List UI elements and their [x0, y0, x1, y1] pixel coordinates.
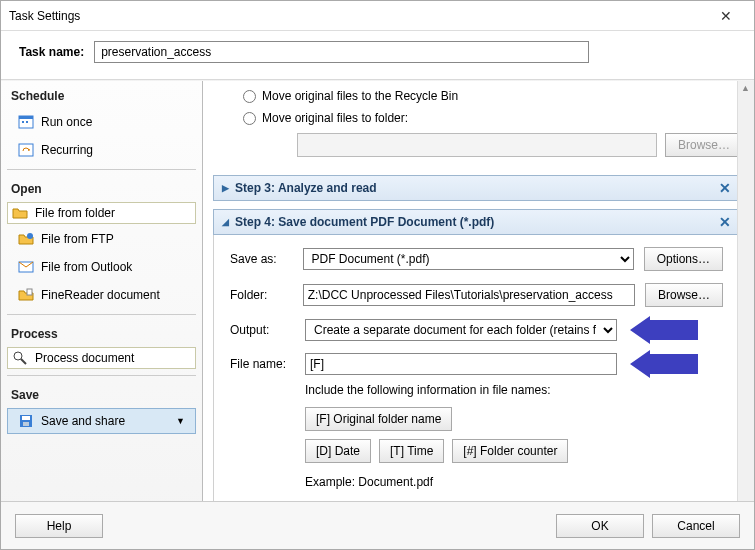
svg-rect-7 [27, 289, 32, 295]
sidebar-item-label: Save and share [41, 414, 125, 428]
close-icon[interactable]: ✕ [719, 180, 731, 196]
filename-label: File name: [230, 357, 295, 371]
svg-point-5 [27, 233, 33, 239]
example-label: Example: Document.pdf [305, 475, 723, 489]
sidebar-item-label: File from folder [35, 206, 115, 220]
sidebar-item-label: Process document [35, 351, 134, 365]
magnifier-icon [12, 350, 28, 366]
sidebar-item-file-from-ftp[interactable]: File from FTP [7, 226, 196, 252]
step4-header[interactable]: ◢ Step 4: Save document PDF Document (*.… [213, 209, 740, 235]
chevron-down-icon: ▼ [176, 416, 185, 426]
close-icon[interactable]: ✕ [706, 8, 746, 24]
divider [7, 169, 196, 170]
filename-row: File name: [230, 353, 723, 375]
folder-label: Folder: [230, 288, 293, 302]
output-row: Output: Create a separate document for e… [230, 319, 723, 341]
step4-body: Save as: PDF Document (*.pdf) Options… F… [213, 235, 740, 504]
help-button[interactable]: Help [15, 514, 103, 538]
document-icon [18, 287, 34, 303]
sidebar-item-recurring[interactable]: Recurring [7, 137, 196, 163]
scrollbar[interactable] [737, 81, 754, 536]
filename-input[interactable] [305, 353, 617, 375]
tag-time-button[interactable]: [T] Time [379, 439, 444, 463]
options-button[interactable]: Options… [644, 247, 723, 271]
browse-button[interactable]: Browse… [645, 283, 723, 307]
saveas-select[interactable]: PDF Document (*.pdf) [303, 248, 634, 270]
sidebar-header-open: Open [1, 176, 202, 200]
tag-original-folder-button[interactable]: [F] Original folder name [305, 407, 452, 431]
tag-date-button[interactable]: [D] Date [305, 439, 371, 463]
sidebar-header-process: Process [1, 321, 202, 345]
sidebar-item-file-from-outlook[interactable]: File from Outlook [7, 254, 196, 280]
task-name-input[interactable] [94, 41, 589, 63]
svg-rect-3 [26, 121, 28, 123]
sidebar-item-file-from-folder[interactable]: File from folder [7, 202, 196, 224]
dialog-footer: Help OK Cancel [1, 501, 754, 549]
tag-counter-button[interactable]: [#] Folder counter [452, 439, 568, 463]
radio-label: Move original files to folder: [262, 111, 408, 125]
include-info-label: Include the following information in fil… [305, 383, 723, 397]
svg-rect-11 [22, 416, 30, 420]
tag-button-row: [F] Original folder name [305, 407, 723, 431]
sidebar-item-label: Run once [41, 115, 92, 129]
radio-move-to-folder[interactable]: Move original files to folder: [243, 107, 710, 129]
annotation-arrow-icon [630, 316, 698, 344]
close-icon[interactable]: ✕ [719, 214, 731, 230]
sidebar-header-save: Save [1, 382, 202, 406]
browse-button: Browse… [665, 133, 743, 157]
sidebar-item-label: FineReader document [41, 288, 160, 302]
sidebar-header-schedule: Schedule [1, 83, 202, 107]
chevron-right-icon: ▶ [222, 183, 229, 193]
outlook-icon [18, 259, 34, 275]
disk-icon [18, 413, 34, 429]
titlebar: Task Settings ✕ [1, 1, 754, 31]
svg-rect-4 [19, 144, 33, 156]
svg-line-9 [21, 359, 26, 364]
tag-button-row-2: [D] Date [T] Time [#] Folder counter [305, 439, 723, 463]
sidebar-item-finereader-doc[interactable]: FineReader document [7, 282, 196, 308]
sidebar-item-label: Recurring [41, 143, 93, 157]
sidebar-item-runonce[interactable]: Run once [7, 109, 196, 135]
output-label: Output: [230, 323, 295, 337]
radio-input[interactable] [243, 90, 256, 103]
divider [7, 375, 196, 376]
annotation-arrow-icon [630, 350, 698, 378]
task-name-label: Task name: [19, 45, 84, 59]
calendar-icon [18, 114, 34, 130]
divider [7, 314, 196, 315]
move-options: Move original files to the Recycle Bin M… [213, 81, 740, 167]
radio-move-to-recycle[interactable]: Move original files to the Recycle Bin [243, 85, 710, 107]
step3-header[interactable]: ▶ Step 3: Analyze and read ✕ [213, 175, 740, 201]
sidebar-item-label: File from FTP [41, 232, 114, 246]
svg-rect-12 [23, 422, 29, 426]
sidebar-item-process-document[interactable]: Process document [7, 347, 196, 369]
chevron-down-icon: ◢ [222, 217, 229, 227]
move-folder-input [297, 133, 657, 157]
saveas-label: Save as: [230, 252, 293, 266]
folder-icon [12, 205, 28, 221]
svg-rect-2 [22, 121, 24, 123]
main-area: Schedule Run once Recurring Open File fr… [1, 81, 754, 536]
ok-button[interactable]: OK [556, 514, 644, 538]
svg-rect-1 [19, 116, 33, 119]
step3-title: Step 3: Analyze and read [235, 181, 377, 195]
window-title: Task Settings [9, 9, 706, 23]
radio-label: Move original files to the Recycle Bin [262, 89, 458, 103]
folder-input[interactable] [303, 284, 635, 306]
content-panel: Move original files to the Recycle Bin M… [203, 81, 754, 536]
ftp-icon [18, 231, 34, 247]
step4-title: Step 4: Save document PDF Document (*.pd… [235, 215, 494, 229]
svg-point-8 [14, 352, 22, 360]
sidebar-item-save-and-share[interactable]: Save and share ▼ [7, 408, 196, 434]
sidebar-item-label: File from Outlook [41, 260, 132, 274]
sidebar: Schedule Run once Recurring Open File fr… [1, 81, 203, 536]
radio-input[interactable] [243, 112, 256, 125]
folder-row: Folder: Browse… [230, 283, 723, 307]
task-name-row: Task name: [1, 31, 754, 79]
recurring-icon [18, 142, 34, 158]
move-folder-row: Browse… [243, 133, 710, 157]
saveas-row: Save as: PDF Document (*.pdf) Options… [230, 247, 723, 271]
output-select[interactable]: Create a separate document for each fold… [305, 319, 617, 341]
cancel-button[interactable]: Cancel [652, 514, 740, 538]
